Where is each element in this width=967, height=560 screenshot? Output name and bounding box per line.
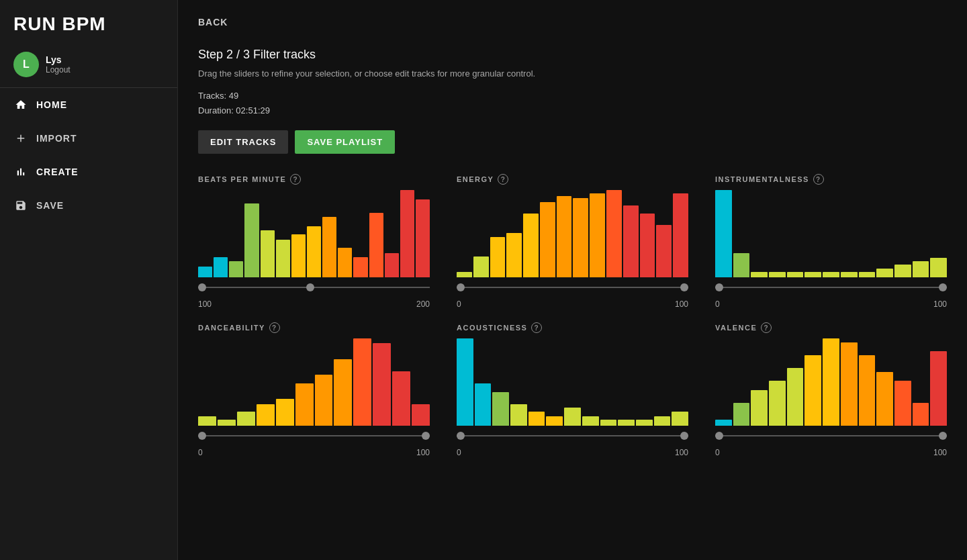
chart-labels-valence: 0100	[715, 448, 947, 457]
bar	[457, 272, 472, 278]
bar	[606, 190, 622, 277]
bar	[582, 416, 599, 426]
bar	[841, 342, 858, 426]
bar	[913, 261, 929, 277]
bar	[640, 214, 655, 277]
help-icon-valence[interactable]: ?	[761, 322, 772, 333]
slider-thumb-left-energy[interactable]	[457, 283, 465, 291]
bar	[913, 403, 929, 426]
bar	[291, 234, 306, 277]
slider-instrumentalness[interactable]	[715, 281, 947, 294]
chart-bars-valence	[715, 338, 947, 426]
slider-danceability[interactable]	[198, 429, 430, 442]
tracks-duration: Duration: 02:51:29	[198, 103, 947, 118]
bar	[385, 253, 399, 277]
bar	[573, 198, 588, 277]
chart-label-valence: VALENCE	[715, 324, 757, 332]
slider-bpm[interactable]	[198, 281, 430, 294]
slider-thumb-left-danceability[interactable]	[198, 432, 206, 440]
slider-thumb-right-bpm[interactable]	[306, 283, 314, 291]
slider-thumb-left-instrumentalness[interactable]	[715, 283, 723, 291]
bar	[492, 392, 509, 426]
max-label-acousticness: 100	[675, 448, 688, 457]
bar	[369, 213, 383, 277]
bar	[457, 338, 473, 426]
main-nav: HOME IMPORT CREATE SAVE	[0, 88, 177, 222]
chart-label-energy: ENERGY	[457, 175, 494, 183]
bar	[218, 420, 236, 426]
bar	[412, 404, 430, 426]
bar	[237, 412, 255, 426]
chart-danceability: DANCEABILITY?0100	[198, 322, 430, 457]
bar	[506, 233, 522, 277]
bar	[930, 258, 947, 277]
min-label-valence: 0	[715, 448, 720, 457]
slider-thumb-left-acousticness[interactable]	[457, 432, 465, 440]
bar	[475, 383, 492, 426]
sidebar-item-import[interactable]: IMPORT	[0, 122, 177, 155]
bar	[876, 372, 893, 426]
bar	[416, 199, 430, 277]
slider-thumb-right-danceability[interactable]	[422, 432, 430, 440]
bar	[590, 193, 605, 277]
user-info: Lys Logout	[46, 54, 71, 75]
bar	[523, 214, 539, 277]
bar	[751, 390, 768, 426]
home-icon	[13, 97, 28, 112]
chart-label-danceability: DANCEABILITY	[198, 324, 265, 332]
chart-acousticness: ACOUSTICNESS?0100	[457, 322, 688, 457]
bar	[804, 272, 821, 277]
max-label-danceability: 100	[416, 448, 430, 457]
bar	[557, 196, 572, 277]
slider-energy[interactable]	[457, 281, 688, 294]
chart-bars-bpm	[198, 190, 430, 277]
import-label: IMPORT	[36, 133, 77, 144]
bar	[618, 420, 635, 426]
bar	[787, 272, 804, 277]
help-icon-acousticness[interactable]: ?	[531, 322, 542, 333]
chart-header-instrumentalness: INSTRUMENTALNESS?	[715, 174, 947, 185]
bar	[673, 193, 688, 277]
bar	[823, 338, 839, 426]
slider-thumb-right-instrumentalness[interactable]	[939, 283, 947, 291]
bar	[353, 338, 371, 426]
slider-acousticness[interactable]	[457, 429, 688, 442]
back-button[interactable]: BACK	[198, 13, 228, 31]
save-playlist-button[interactable]: SAVE PLAYLIST	[295, 130, 395, 154]
bar	[859, 272, 876, 277]
slider-thumb-right-valence[interactable]	[939, 432, 947, 440]
slider-thumb-right-energy[interactable]	[680, 283, 688, 291]
sidebar: RUN BPM L Lys Logout HOME IMPORT CREATE	[0, 0, 178, 560]
bar	[540, 202, 555, 278]
step-subtitle: Drag the sliders to refine your selectio…	[198, 68, 947, 79]
slider-valence[interactable]	[715, 429, 947, 442]
bar	[733, 253, 750, 277]
help-icon-instrumentalness[interactable]: ?	[813, 174, 824, 185]
sidebar-item-home[interactable]: HOME	[0, 88, 177, 122]
bar	[600, 420, 617, 426]
help-icon-danceability[interactable]: ?	[269, 322, 280, 333]
sidebar-item-create[interactable]: CREATE	[0, 155, 177, 189]
help-icon-bpm[interactable]: ?	[290, 174, 301, 185]
chart-header-acousticness: ACOUSTICNESS?	[457, 322, 688, 333]
bar	[373, 343, 391, 426]
min-label-bpm: 100	[198, 299, 212, 309]
bar	[229, 261, 243, 277]
bar	[490, 237, 506, 278]
bar	[400, 190, 414, 277]
bar	[257, 404, 275, 426]
bar	[859, 355, 876, 426]
slider-thumb-left-bpm[interactable]	[198, 283, 206, 291]
logout-button[interactable]: Logout	[46, 65, 71, 75]
help-icon-energy[interactable]: ?	[498, 174, 508, 185]
bar	[751, 272, 768, 277]
bar	[894, 381, 911, 426]
username: Lys	[46, 54, 71, 65]
edit-tracks-button[interactable]: EDIT TRACKS	[198, 130, 288, 154]
slider-thumb-right-acousticness[interactable]	[680, 432, 688, 440]
min-label-acousticness: 0	[457, 448, 461, 457]
slider-thumb-left-valence[interactable]	[715, 432, 723, 440]
sidebar-item-save[interactable]: SAVE	[0, 189, 177, 222]
tracks-count: Tracks: 49	[198, 89, 947, 103]
bar	[276, 399, 294, 426]
